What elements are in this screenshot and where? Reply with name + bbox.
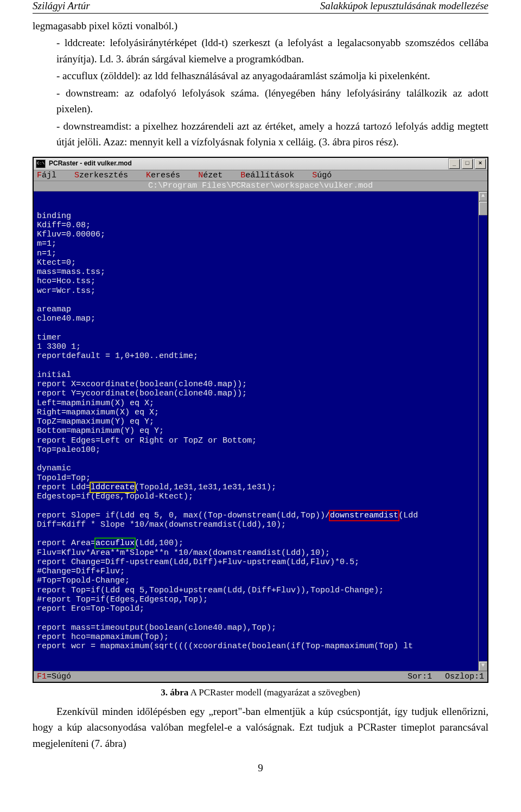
scroll-up-arrow-icon[interactable]: ▲ (479, 191, 487, 201)
pcraster-editor-window: PCRaster - edit vulker.mod _ □ × Fájl Sz… (33, 157, 488, 683)
code-line: report Change=Diff-upstream(Ldd,Diff)+Fl… (37, 558, 485, 567)
code-line: Kdiff=0.08; (37, 221, 485, 230)
code-line: dynamic (37, 464, 485, 473)
scroll-thumb[interactable] (479, 201, 487, 215)
code-line: m=1; (37, 239, 485, 248)
menu-search[interactable]: Keresés (146, 171, 180, 180)
maximize-button[interactable]: □ (461, 158, 473, 169)
code-line (37, 455, 485, 464)
code-line (37, 529, 485, 539)
file-path-bar: C:\Program Files\PCRaster\workspace\vulk… (34, 181, 487, 191)
status-row: Sor:1 (408, 672, 432, 681)
code-line: n=1; (37, 249, 485, 258)
code-line: initial (37, 370, 485, 380)
code-line: report Y=ycoordinate(boolean(clone40.map… (37, 389, 485, 398)
code-line: report Ero=Top-Topold; (37, 604, 485, 613)
header-title: Salakkúpok lepusztulásának modellezése (320, 0, 488, 12)
code-line: #report Top=if(Edges,Edgestop,Top); (37, 595, 485, 604)
minimize-button[interactable]: _ (448, 158, 460, 169)
para-4: - downstream: az odafolyó lefolyások szá… (33, 85, 488, 117)
code-line: wcr=Wcr.tss; (37, 286, 485, 296)
para-after-1: Ezenkívül minden időlépésben egy „report… (33, 704, 488, 751)
status-help-hotkey: F1 (37, 672, 47, 681)
code-line: Diff=Kdiff * Slope *10/max(downstreamdis… (37, 520, 485, 529)
code-area[interactable]: bindingKdiff=0.08;Kfluv=0.00006;m=1;n=1;… (34, 191, 487, 671)
code-line: report mass=timeoutput(boolean(clone40.m… (37, 623, 485, 632)
code-line: Kfluv=0.00006; (37, 230, 485, 239)
code-line: timer (37, 333, 485, 342)
code-line: Right=mapmaximum(X) eq X; (37, 408, 485, 417)
code-line: report hco=mapmaximum(Top); (37, 632, 485, 642)
status-help-label: =Súgó (47, 672, 71, 681)
code-line: Left=mapminimum(X) eq X; (37, 399, 485, 408)
figure-caption-text: A PCRaster modell (magyarázat a szövegbe… (188, 687, 360, 698)
para-5: - downstreamdist: a pixelhez hozzárendel… (33, 118, 488, 150)
para-2: - lddcreate: lefolyásiránytérképet (ldd-… (33, 35, 488, 67)
menu-view[interactable]: Nézet (198, 171, 223, 180)
close-button[interactable]: × (474, 158, 486, 169)
code-line: clone40.map; (37, 314, 485, 323)
code-line: Topold=Top; (37, 474, 485, 483)
code-line (37, 296, 485, 305)
status-bar: F1=Súgó Sor:1 Oszlop:1 (34, 671, 487, 682)
highlighted-keyword: downstreamdist (330, 511, 398, 520)
para-3: - accuflux (zölddel): az ldd felhasználá… (33, 68, 488, 84)
code-line (37, 324, 485, 333)
window-title: PCRaster - edit vulker.mod (49, 160, 448, 168)
header-author: Szilágyi Artúr (33, 0, 90, 12)
page-number: 9 (33, 762, 488, 774)
menu-file[interactable]: Fájl (37, 171, 56, 180)
code-line: mass=mass.tss; (37, 267, 485, 277)
code-line: report Ldd=lddcreate(Topold,1e31,1e31,1e… (37, 483, 485, 492)
code-line: 1 3300 1; (37, 342, 485, 351)
code-line: report X=xcoordinate(boolean(clone40.map… (37, 380, 485, 389)
code-line: Edgestop=if(Edges,Topold-Ktect); (37, 492, 485, 501)
code-line: binding (37, 212, 485, 221)
code-line: report Edges=Left or Right or TopZ or Bo… (37, 436, 485, 445)
vertical-scrollbar[interactable]: ▲ ▼ (478, 191, 487, 671)
code-line (37, 361, 485, 370)
body-text-bottom: Ezenkívül minden időlépésben egy „report… (33, 704, 488, 751)
figure-caption: 3. ábra A PCRaster modell (magyarázat a … (33, 687, 488, 698)
code-line (37, 501, 485, 510)
code-line: hco=Hco.tss; (37, 277, 485, 286)
highlighted-keyword: lddcreate (91, 483, 135, 492)
app-icon (36, 159, 46, 168)
code-line: report wcr = mapmaximum(sqrt((((xcoordin… (37, 642, 485, 651)
code-line: report Slope= if(Ldd eq 5, 0, max((Top-d… (37, 511, 485, 520)
code-line: Fluv=Kfluv*Area**m*Slope**n *10/max(down… (37, 548, 485, 558)
code-line: Bottom=mapminimum(Y) eq Y; (37, 426, 485, 436)
code-line: #Top=Topold-Change; (37, 576, 485, 585)
para-1: legmagasabb pixel közti vonalból.) (33, 18, 488, 34)
code-line: Top=paleo100; (37, 445, 485, 455)
highlighted-keyword: accuflux (96, 539, 135, 548)
code-line: TopZ=mapmaximum(Y) eq Y; (37, 417, 485, 426)
menu-bar[interactable]: Fájl Szerkesztés Keresés Nézet Beállítás… (34, 170, 487, 181)
status-col: Oszlop:1 (445, 672, 484, 681)
code-line: #Change=Diff+Fluv; (37, 567, 485, 576)
code-line: report Top=if(Ldd eq 5,Topold+upstream(L… (37, 586, 485, 595)
menu-edit[interactable]: Szerkesztés (74, 171, 128, 180)
window-titlebar[interactable]: PCRaster - edit vulker.mod _ □ × (34, 158, 487, 170)
body-text-top: legmagasabb pixel közti vonalból.) - ldd… (33, 18, 488, 150)
running-header: Szilágyi Artúr Salakkúpok lepusztulásána… (33, 0, 488, 14)
menu-help[interactable]: Súgó (312, 171, 332, 180)
scroll-down-arrow-icon[interactable]: ▼ (479, 661, 487, 671)
code-line: report Area=accuflux(Ldd,100); (37, 539, 485, 548)
menu-settings[interactable]: Beállítások (240, 171, 294, 180)
code-line: areamap (37, 305, 485, 314)
figure-caption-number: 3. ábra (161, 687, 188, 698)
code-line (37, 613, 485, 623)
code-line: reportdefault = 1,0+100..endtime; (37, 351, 485, 361)
code-line: Ktect=0; (37, 258, 485, 267)
